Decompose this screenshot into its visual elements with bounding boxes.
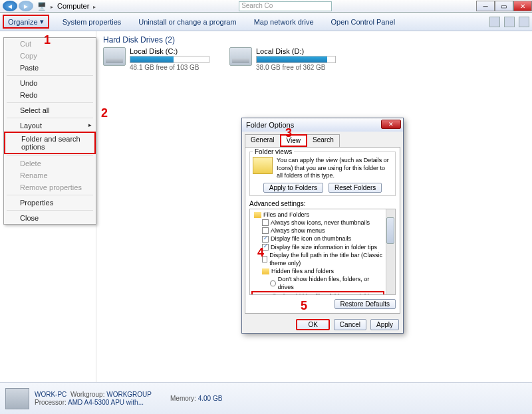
drive-item[interactable]: Local Disk (D:) 38.0 GB free of 362 GB	[229, 47, 336, 71]
dialog-tabs: GeneralViewSearch	[245, 134, 400, 147]
organize-button[interactable]: Organize ▾	[3, 15, 49, 29]
drive-free-space: 38.0 GB free of 362 GB	[256, 64, 336, 71]
restore-defaults-button[interactable]: Restore Defaults	[334, 299, 396, 309]
tree-item[interactable]: ✓Display file icon on thumbnails	[251, 235, 384, 243]
tree-item[interactable]: Show hidden files, folders, and drives	[251, 291, 384, 295]
organize-menu: CutCopyPasteUndoRedoSelect allLayoutFold…	[3, 37, 96, 225]
annotation-1: 1	[44, 33, 51, 47]
workgroup-value: WORKGROUP	[106, 391, 152, 398]
tree-item[interactable]: Don't show hidden files, folders, or dri…	[251, 275, 384, 291]
dialog-titlebar: Folder Options ✕	[242, 118, 403, 132]
menu-item-remove-properties: Remove properties	[4, 181, 96, 193]
tree-item[interactable]: Files and Folders	[251, 211, 384, 219]
drive-item[interactable]: Local Disk (C:) 48.1 GB free of 103 GB	[103, 47, 209, 71]
tree-item-label: Always show icons, never thumbnails	[271, 219, 370, 227]
menu-item-properties[interactable]: Properties	[4, 197, 96, 209]
tree-item[interactable]: Always show menus	[251, 227, 384, 235]
nav-forward-button[interactable]: ►	[19, 1, 33, 11]
folder-views-group: Folder views You can apply the view (suc…	[249, 152, 396, 196]
help-icon[interactable]	[519, 17, 529, 27]
advanced-settings-label: Advanced settings:	[249, 200, 396, 207]
uninstall-program-button[interactable]: Uninstall or change a program	[134, 17, 240, 27]
dialog-close-button[interactable]: ✕	[381, 120, 401, 129]
apply-button[interactable]: Apply	[370, 319, 399, 330]
menu-item-select-all[interactable]: Select all	[4, 104, 96, 116]
menu-item-folder-and-search-options[interactable]: Folder and search options	[4, 132, 96, 154]
tab-general[interactable]: General	[245, 134, 281, 147]
drive-usage-bar	[256, 56, 336, 63]
system-properties-button[interactable]: System properties	[59, 17, 126, 27]
folder-views-text: You can apply the view (such as Details …	[253, 157, 392, 180]
annotation-3: 3	[285, 126, 292, 140]
tree-item[interactable]: Always show icons, never thumbnails	[251, 219, 384, 227]
tree-item-label: Hidden files and folders	[271, 267, 334, 275]
reset-folders-button[interactable]: Reset Folders	[329, 183, 382, 193]
search-input[interactable]: Search Co	[239, 1, 332, 11]
folder-icon	[253, 157, 273, 174]
section-header: Hard Disk Drives (2)	[103, 35, 525, 45]
tree-item-label: Files and Folders	[263, 211, 309, 219]
annotation-2: 2	[101, 106, 108, 120]
menu-item-rename: Rename	[4, 169, 96, 181]
checkbox[interactable]: ✓	[262, 236, 269, 243]
ok-button[interactable]: OK	[296, 319, 329, 330]
preview-pane-icon[interactable]	[504, 17, 515, 27]
annotation-4: 4	[257, 246, 264, 260]
tree-item[interactable]: Hidden files and folders	[251, 267, 384, 275]
computer-icon	[5, 388, 29, 409]
details-pane: WORK-PC Workgroup: WORKGROUP Processor: …	[0, 382, 532, 414]
map-network-drive-button[interactable]: Map network drive	[250, 17, 318, 27]
menu-item-copy: Copy	[4, 50, 96, 62]
computer-icon: 🖥️	[37, 2, 47, 11]
minimize-button[interactable]: ─	[476, 1, 495, 11]
workgroup-label: Workgroup:	[70, 391, 105, 398]
tree-item-label: Display file icon on thumbnails	[271, 235, 351, 243]
drive-name: Local Disk (C:)	[130, 47, 209, 55]
menu-item-undo[interactable]: Undo	[4, 77, 96, 89]
open-control-panel-button[interactable]: Open Control Panel	[327, 17, 400, 27]
drive-usage-bar	[130, 56, 209, 63]
tree-item-label: Always show menus	[271, 227, 325, 235]
tree-item[interactable]: ✓Display file size information in folder…	[251, 243, 384, 251]
checkbox[interactable]	[262, 227, 269, 234]
checkbox[interactable]	[262, 219, 269, 226]
menu-item-layout[interactable]: Layout	[4, 120, 96, 132]
tree-item[interactable]: Display the full path in the title bar (…	[251, 251, 384, 267]
processor-value: AMD A4-5300 APU with...	[68, 399, 144, 406]
menu-item-delete: Delete	[4, 157, 96, 169]
tree-item-label: Don't show hidden files, folders, or dri…	[278, 275, 384, 291]
tree-item-label: Display file size information in folder …	[271, 243, 377, 251]
tab-search[interactable]: Search	[307, 134, 340, 147]
chevron-down-icon: ▾	[40, 17, 44, 26]
cancel-button[interactable]: Cancel	[334, 319, 366, 330]
close-button[interactable]: ✕	[513, 1, 532, 11]
radio[interactable]	[270, 280, 276, 286]
computer-name: WORK-PC	[35, 391, 66, 398]
radio[interactable]	[271, 294, 277, 295]
apply-to-folders-button[interactable]: Apply to Folders	[263, 183, 323, 193]
menu-item-close[interactable]: Close	[4, 212, 96, 224]
tree-item-label: Show hidden files, folders, and drives	[279, 292, 378, 295]
view-options-icon[interactable]	[489, 17, 500, 27]
breadcrumb[interactable]: 🖥️ Computer	[37, 2, 97, 11]
window-titlebar: ◄ ► 🖥️ Computer Search Co ─ ▭ ✕	[0, 0, 532, 13]
folder-icon	[262, 268, 269, 274]
command-bar: Organize ▾ System properties Uninstall o…	[0, 13, 532, 31]
memory-label: Memory:	[170, 395, 196, 402]
menu-item-paste[interactable]: Paste	[4, 62, 96, 74]
advanced-settings-tree[interactable]: Files and FoldersAlways show icons, neve…	[249, 209, 396, 295]
nav-back-button[interactable]: ◄	[3, 1, 17, 11]
tab-view[interactable]: View	[280, 134, 308, 147]
folder-options-dialog: Folder Options ✕ GeneralViewSearch Folde…	[241, 118, 404, 334]
breadcrumb-item[interactable]: Computer	[57, 2, 89, 10]
drive-icon	[103, 47, 126, 66]
folder-icon	[254, 212, 261, 218]
processor-label: Processor:	[35, 399, 66, 406]
drive-name: Local Disk (D:)	[256, 47, 336, 55]
annotation-5: 5	[301, 299, 307, 313]
maximize-button[interactable]: ▭	[495, 1, 513, 11]
scrollbar[interactable]	[386, 209, 395, 294]
menu-item-redo[interactable]: Redo	[4, 89, 96, 101]
drive-free-space: 48.1 GB free of 103 GB	[130, 64, 209, 71]
drive-icon	[229, 47, 252, 66]
